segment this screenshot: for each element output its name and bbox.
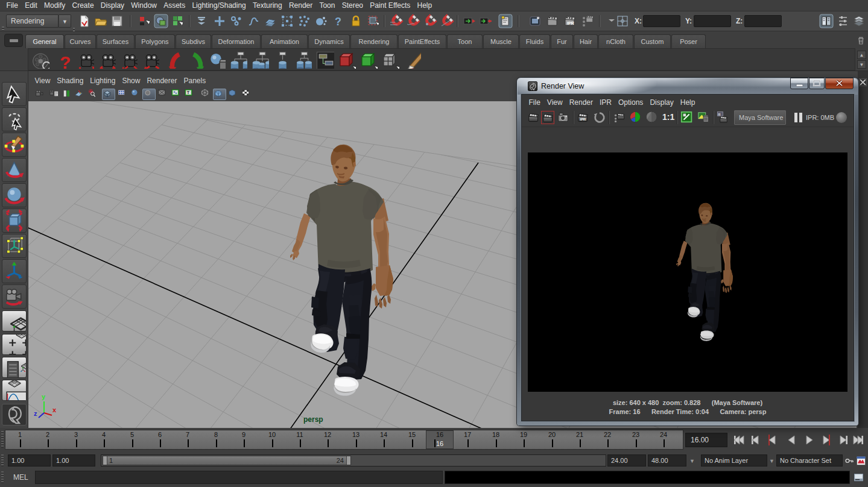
svg-text:IPR: IPR bbox=[567, 21, 574, 25]
svg-text:z: z bbox=[34, 410, 37, 417]
svg-text:?: ? bbox=[335, 16, 341, 28]
svg-text:T: T bbox=[187, 90, 190, 95]
svg-text:?: ? bbox=[60, 52, 71, 69]
svg-text:x: x bbox=[52, 406, 57, 413]
svg-text:y: y bbox=[42, 393, 46, 400]
svg-text:▤: ▤ bbox=[718, 113, 720, 116]
svg-text:IPR: IPR bbox=[580, 118, 587, 121]
